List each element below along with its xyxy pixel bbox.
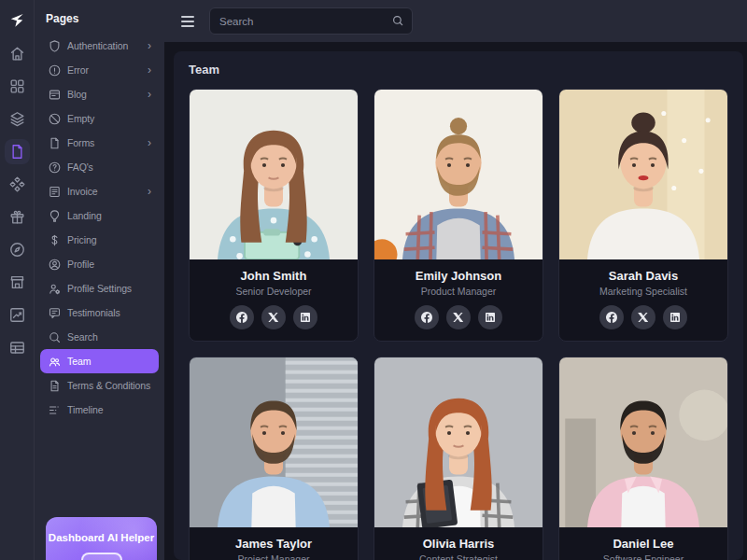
sidebar-item-label: Blog <box>67 89 142 100</box>
chevron-right-icon: › <box>148 41 151 50</box>
member-name: Olivia Harris <box>423 537 495 551</box>
widgets-icon <box>8 175 26 193</box>
sidebar-item-label: Timeline <box>67 404 151 415</box>
social-links <box>599 305 687 329</box>
dollar-icon <box>48 233 62 247</box>
x-button[interactable] <box>261 305 286 329</box>
balloon-icon <box>48 209 62 223</box>
shield-icon <box>48 39 62 53</box>
x-button[interactable] <box>446 305 471 329</box>
member-photo <box>374 90 543 259</box>
sidebar-item-label: Terms & Conditions <box>67 380 151 391</box>
team-icon <box>48 355 62 369</box>
linkedin-icon <box>669 312 681 323</box>
brand-logo[interactable] <box>7 11 26 30</box>
sidebar-item-landing[interactable]: Landing <box>40 203 159 228</box>
store-icon <box>8 273 26 291</box>
rail-item-compass[interactable] <box>5 237 30 262</box>
linkedin-button[interactable] <box>663 305 687 329</box>
sidebar-item-team[interactable]: Team <box>40 349 159 373</box>
sidebar-item-empty[interactable]: Empty <box>40 106 159 131</box>
chevron-right-icon: › <box>148 138 151 147</box>
testimonial-icon <box>48 306 62 320</box>
sidebar-item-profile-settings[interactable]: Profile Settings <box>40 276 159 301</box>
pages-icon <box>8 143 26 161</box>
robot-icon <box>81 553 122 560</box>
member-photo <box>190 357 358 527</box>
facebook-button[interactable] <box>599 305 624 329</box>
rail-item-gift[interactable] <box>5 204 30 230</box>
page-title: Team <box>189 63 728 77</box>
sidebar-nav: Authentication›Error›Blog›EmptyForms›FAQ… <box>35 34 164 422</box>
member-name: John Smith <box>241 269 307 283</box>
layers-icon <box>8 110 26 128</box>
sidebar-item-label: Error <box>67 64 142 76</box>
sidebar-item-terms-conditions[interactable]: Terms & Conditions <box>40 373 159 398</box>
compass-icon <box>8 241 26 259</box>
sidebar-item-forms[interactable]: Forms› <box>40 131 159 155</box>
member-photo <box>559 90 727 259</box>
sidebar-item-invoice[interactable]: Invoice› <box>40 179 159 203</box>
linkedin-button[interactable] <box>478 305 502 329</box>
sidebar-item-label: Profile Settings <box>67 283 151 294</box>
chevron-right-icon: › <box>148 65 151 75</box>
chevron-right-icon: › <box>148 90 151 99</box>
sidebar-item-label: Pricing <box>67 234 151 245</box>
sidebar-item-search[interactable]: Search <box>40 325 159 349</box>
facebook-button[interactable] <box>230 305 254 329</box>
member-name: Sarah Davis <box>609 269 678 283</box>
sidebar-item-label: Landing <box>67 210 151 221</box>
rail-nav <box>5 41 30 368</box>
sidebar-item-faq-s[interactable]: FAQ's <box>40 155 159 179</box>
sidebar-item-profile[interactable]: Profile <box>40 252 159 276</box>
social-links <box>230 305 317 329</box>
x-button[interactable] <box>631 305 655 329</box>
search-icon[interactable] <box>391 14 404 31</box>
rail-item-layers[interactable] <box>5 106 30 132</box>
team-member-card: Daniel LeeSoftware Engineer <box>558 357 728 560</box>
rail-item-chart[interactable] <box>5 302 30 328</box>
table-icon <box>8 339 26 357</box>
facebook-icon <box>236 312 247 323</box>
rail-item-widgets[interactable] <box>5 172 30 197</box>
chart-icon <box>8 306 26 324</box>
sidebar-item-error[interactable]: Error› <box>40 58 159 82</box>
sidebar-item-label: Team <box>67 356 151 367</box>
alert-circle-icon <box>48 63 62 77</box>
team-panel: Team John SmithSenior DeveloperEmily Joh… <box>174 51 743 560</box>
rail-item-table[interactable] <box>5 335 30 360</box>
rail-item-pages[interactable] <box>5 139 30 164</box>
sidebar-item-pricing[interactable]: Pricing <box>40 228 159 252</box>
facebook-button[interactable] <box>415 305 439 329</box>
content-area: Team John SmithSenior DeveloperEmily Joh… <box>164 0 747 560</box>
linkedin-icon <box>485 312 496 323</box>
main-area: Team John SmithSenior DeveloperEmily Joh… <box>164 42 747 560</box>
sidebar-item-timeline[interactable]: Timeline <box>40 398 159 422</box>
team-grid: John SmithSenior DeveloperEmily JohnsonP… <box>189 89 728 560</box>
search-input[interactable] <box>209 7 413 35</box>
sidebar-item-label: Invoice <box>67 186 142 197</box>
sidebar-item-blog[interactable]: Blog› <box>40 82 159 106</box>
menu-toggle-button[interactable] <box>179 14 196 29</box>
member-role: Marketing Specialist <box>599 286 687 297</box>
x-icon <box>268 312 279 323</box>
team-member-card: Sarah DavisMarketing Specialist <box>558 89 728 342</box>
search-box <box>209 7 413 35</box>
rail-item-home[interactable] <box>5 41 30 66</box>
member-role: Senior Developer <box>235 286 311 297</box>
member-role: Product Manager <box>421 286 497 297</box>
invoice-icon <box>48 185 62 199</box>
sidebar-title: Pages <box>35 0 164 34</box>
member-photo <box>374 357 543 527</box>
blog-icon <box>48 88 62 102</box>
linkedin-button[interactable] <box>293 305 317 329</box>
sidebar-item-testimonials[interactable]: Testimonials <box>40 301 159 325</box>
social-links <box>415 305 502 329</box>
member-photo <box>190 90 358 259</box>
sidebar-item-authentication[interactable]: Authentication› <box>40 34 159 58</box>
terms-icon <box>48 379 62 393</box>
rail-item-store[interactable] <box>5 270 30 295</box>
rail-item-apps-grid[interactable] <box>5 74 30 99</box>
sidebar-item-label: Authentication <box>67 40 142 51</box>
ai-helper-card[interactable]: Dashboard AI Helper <box>46 517 157 560</box>
